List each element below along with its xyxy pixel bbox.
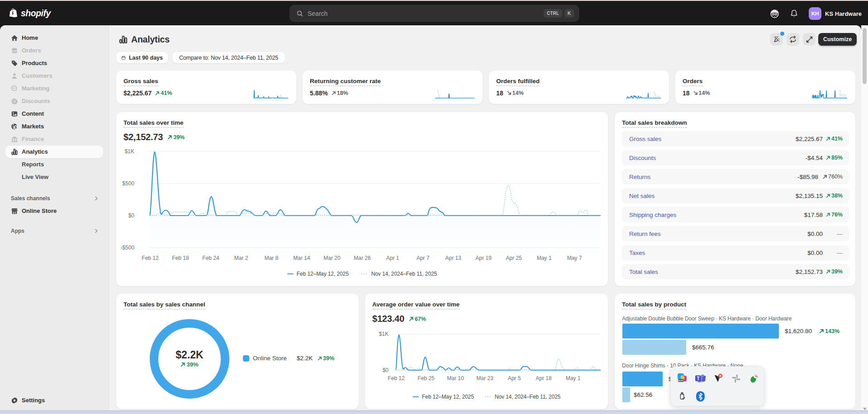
svg-text:$0: $0 xyxy=(128,212,135,219)
svg-text:Apr 5: Apr 5 xyxy=(508,375,521,381)
svg-text:$1K: $1K xyxy=(125,148,134,155)
svg-text:-$500: -$500 xyxy=(120,245,134,251)
svg-text:Mar 10: Mar 10 xyxy=(447,375,464,381)
svg-text:T: T xyxy=(697,376,699,381)
svg-text:$: $ xyxy=(15,125,17,129)
svg-text:$0: $0 xyxy=(383,367,389,373)
svg-text:Feb 12: Feb 12 xyxy=(388,375,405,381)
svg-text:M365: M365 xyxy=(678,380,683,382)
svg-text:May 1: May 1 xyxy=(566,375,581,381)
svg-text:Mar 23: Mar 23 xyxy=(476,375,493,381)
svg-text:$500: $500 xyxy=(122,180,134,187)
svg-text:$1K: $1K xyxy=(379,331,389,337)
svg-text:Feb 25: Feb 25 xyxy=(417,375,435,381)
svg-text:Apr 18: Apr 18 xyxy=(536,375,552,381)
